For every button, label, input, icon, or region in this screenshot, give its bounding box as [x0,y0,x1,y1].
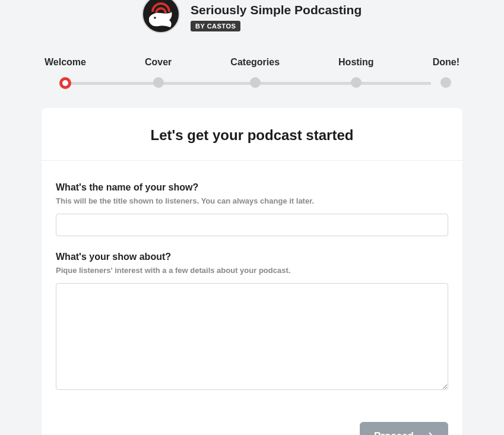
brand-title: Seriously Simple Podcasting [191,3,362,17]
step-dot [250,77,261,88]
card-footer: Proceed [42,422,462,435]
card-header: Let's get your podcast started [42,108,462,161]
show-about-label: What's your show about? [56,252,448,262]
step-dot [440,77,451,88]
step-label: Welcome [45,57,86,68]
show-about-textarea[interactable] [56,283,448,390]
brand-logo [142,0,180,33]
show-about-group: What's your show about? Pique listeners'… [56,252,448,392]
brand-badge: BY CASTOS [191,21,240,31]
show-name-group: What's the name of your show? This will … [56,182,448,236]
step-dot [351,77,362,88]
arrow-right-icon [422,432,434,435]
page-title: Let's get your podcast started [56,127,448,144]
app-header: Seriously Simple Podcasting BY CASTOS [0,0,504,34]
step-dot-active [59,77,71,89]
step-cover[interactable]: Cover [145,57,172,88]
onboarding-card: Let's get your podcast started What's th… [42,108,462,435]
show-name-hint: This will be the title shown to listener… [56,196,448,205]
proceed-button-label: Proceed [374,430,414,435]
show-name-label: What's the name of your show? [56,182,448,193]
step-label: Hosting [338,57,374,68]
show-about-hint: Pique listeners' interest with a a few d… [56,266,448,275]
step-welcome[interactable]: Welcome [45,57,86,89]
setup-stepper: Welcome Cover Categories Hosting Done! [0,57,504,89]
show-name-input[interactable] [56,214,448,236]
step-categories[interactable]: Categories [230,57,280,88]
step-label: Done! [433,57,459,68]
step-hosting[interactable]: Hosting [338,57,374,88]
step-label: Cover [145,57,172,68]
proceed-button[interactable]: Proceed [360,422,448,435]
card-body: What's the name of your show? This will … [42,161,462,422]
logo-whale-icon [148,11,174,28]
step-label: Categories [230,57,280,68]
step-done[interactable]: Done! [433,57,459,88]
brand-text: Seriously Simple Podcasting BY CASTOS [191,3,362,31]
svg-point-0 [154,17,156,19]
step-dot [153,77,164,88]
